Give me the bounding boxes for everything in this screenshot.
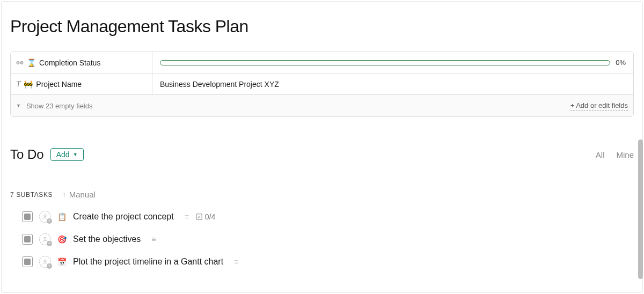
task-row: + 📋 Create the project concept ≡ 0/4 (22, 211, 634, 223)
drag-handle-icon[interactable]: ≡ (151, 235, 155, 244)
link-icon (16, 60, 24, 65)
show-empty-label: Show 23 empty fields (26, 102, 93, 110)
task-list: + 📋 Create the project concept ≡ 0/4 + 🎯… (10, 211, 634, 268)
plus-icon: + (47, 241, 52, 246)
sort-mode-button[interactable]: ↑ Manual (62, 190, 96, 199)
chevron-down-icon: ▼ (73, 152, 78, 157)
task-filter-tabs: All Mine (596, 150, 634, 159)
section-title-todo: To Do (10, 147, 44, 162)
add-button-label: Add (56, 150, 70, 159)
clipboard-icon: 📋 (57, 212, 67, 221)
property-label: Project Name (36, 80, 82, 89)
page-title: Project Management Tasks Plan (10, 17, 634, 36)
arrow-up-icon: ↑ (62, 190, 66, 199)
svg-point-2 (44, 215, 46, 217)
property-value-project-name[interactable]: Business Development Project XYZ (152, 74, 633, 94)
progress-percent: 0% (616, 58, 626, 67)
property-label: Completion Status (39, 58, 100, 67)
filter-tab-mine[interactable]: Mine (616, 150, 634, 159)
subtask-counter[interactable]: 0/4 (195, 212, 215, 221)
property-row-project-name: T 🚧 Project Name Business Development Pr… (11, 74, 633, 95)
svg-rect-3 (196, 214, 202, 220)
assignee-avatar[interactable]: + (39, 233, 51, 245)
property-key-completion[interactable]: ⌛ Completion Status (11, 52, 152, 73)
properties-footer: ▼ Show 23 empty fields + Add or edit fie… (11, 95, 633, 116)
assignee-avatar[interactable]: + (39, 211, 51, 223)
add-task-button[interactable]: Add ▼ (50, 148, 84, 161)
properties-table: ⌛ Completion Status 0% T 🚧 Project Name … (10, 52, 634, 117)
project-name-text: Business Development Project XYZ (160, 80, 279, 89)
task-checkbox[interactable] (22, 234, 33, 245)
subtasks-count: 7 SUBTASKS (10, 191, 53, 199)
plus-icon: + (47, 263, 52, 269)
filter-tab-all[interactable]: All (596, 150, 605, 159)
chevron-down-icon: ▼ (16, 103, 21, 108)
task-row: + 🎯 Set the objectives ≡ (22, 233, 634, 245)
calendar-icon: 📅 (57, 258, 67, 266)
plus-icon: + (47, 218, 52, 224)
task-checkbox[interactable] (22, 211, 33, 222)
property-row-completion: ⌛ Completion Status 0% (11, 52, 633, 74)
task-checkbox[interactable] (22, 256, 33, 267)
task-title[interactable]: Create the project concept (73, 212, 174, 222)
text-type-icon: T (16, 79, 20, 89)
task-title[interactable]: Set the objectives (73, 234, 141, 244)
property-key-project-name[interactable]: T 🚧 Project Name (11, 74, 152, 94)
property-value-completion[interactable]: 0% (152, 52, 633, 73)
svg-point-4 (44, 237, 46, 239)
scrollbar[interactable] (638, 139, 643, 279)
add-edit-fields-button[interactable]: + Add or edit fields (570, 101, 628, 111)
svg-point-5 (44, 260, 46, 262)
drag-handle-icon[interactable]: ≡ (185, 212, 188, 221)
sort-mode-label: Manual (69, 190, 96, 199)
progress-bar (160, 60, 610, 65)
subtask-counter-label: 0/4 (205, 212, 215, 221)
drag-handle-icon[interactable]: ≡ (234, 258, 237, 266)
target-icon: 🎯 (57, 235, 67, 244)
show-empty-fields-button[interactable]: ▼ Show 23 empty fields (16, 102, 93, 110)
construction-icon: 🚧 (24, 80, 33, 89)
hourglass-icon: ⌛ (27, 58, 36, 67)
task-row: + 📅 Plot the project timeline in a Gantt… (22, 256, 634, 268)
assignee-avatar[interactable]: + (39, 256, 51, 268)
task-title[interactable]: Plot the project timeline in a Gantt cha… (73, 257, 223, 267)
